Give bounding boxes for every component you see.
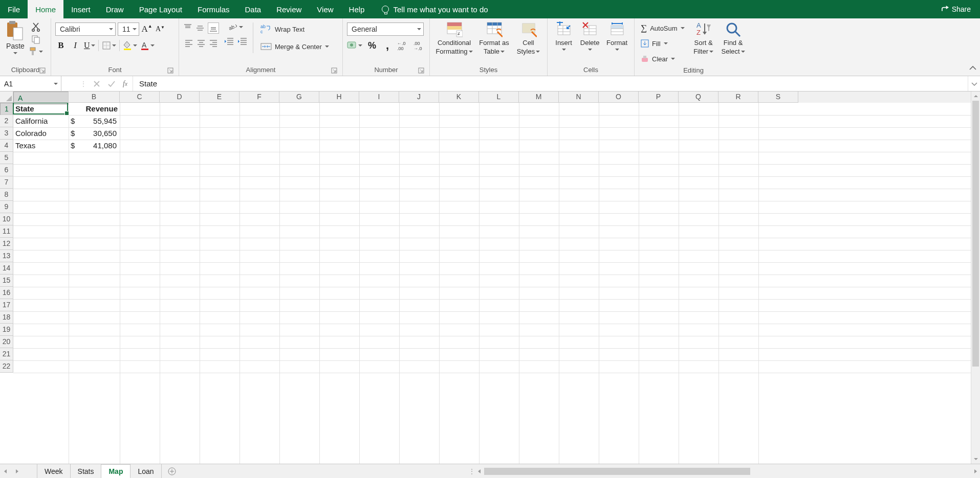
comma-button[interactable]: , bbox=[382, 40, 393, 51]
column-header[interactable]: C bbox=[120, 92, 160, 103]
increase-font-size-button[interactable]: A▲ bbox=[141, 24, 153, 35]
format-as-table-button[interactable]: Format as Table bbox=[476, 21, 512, 55]
cell[interactable]: Colorado bbox=[13, 127, 69, 140]
row-header[interactable]: 13 bbox=[0, 250, 13, 262]
font-name-select[interactable]: Calibri bbox=[55, 22, 116, 36]
percent-button[interactable]: % bbox=[366, 40, 378, 51]
decrease-decimal-icon[interactable]: .00→.0 bbox=[413, 40, 426, 51]
cell[interactable]: $55,945 bbox=[69, 115, 120, 127]
tab-view[interactable]: View bbox=[309, 0, 341, 18]
delete-cells-button[interactable]: Delete bbox=[578, 21, 602, 52]
row-header[interactable]: 4 bbox=[0, 140, 13, 152]
scroll-right-button[interactable] bbox=[971, 469, 980, 474]
borders-button[interactable] bbox=[102, 41, 116, 50]
cancel-icon[interactable] bbox=[93, 80, 100, 87]
sort-filter-button[interactable]: AZ Sort & Filter bbox=[691, 21, 716, 55]
row-header[interactable]: 1 bbox=[0, 103, 13, 115]
column-header[interactable]: G bbox=[279, 92, 319, 103]
decrease-font-size-button[interactable]: A▼ bbox=[155, 24, 166, 35]
sheet-nav-prev[interactable] bbox=[0, 464, 11, 478]
scroll-left-button[interactable] bbox=[475, 469, 484, 474]
split-handle-icon[interactable]: ⋮ bbox=[469, 464, 475, 478]
wrap-text-button[interactable]: abc Wrap Text bbox=[258, 22, 307, 36]
number-format-select[interactable]: General bbox=[347, 22, 424, 36]
format-cells-button[interactable]: Format bbox=[604, 21, 630, 52]
share-button[interactable]: Share bbox=[932, 0, 980, 18]
column-header[interactable]: Q bbox=[679, 92, 718, 103]
row-header[interactable]: 10 bbox=[0, 213, 13, 225]
column-header[interactable]: O bbox=[599, 92, 639, 103]
row-header[interactable]: 19 bbox=[0, 324, 13, 336]
row-header[interactable]: 22 bbox=[0, 360, 13, 373]
cells-area[interactable]: StateRevenueCalifornia$55,945Colorado$30… bbox=[13, 103, 980, 464]
row-header[interactable]: 14 bbox=[0, 262, 13, 275]
format-painter-button[interactable] bbox=[29, 47, 43, 56]
column-header[interactable]: I bbox=[359, 92, 399, 103]
align-center-icon[interactable] bbox=[197, 39, 206, 48]
name-box[interactable]: A1 bbox=[0, 76, 61, 91]
tab-file[interactable]: File bbox=[0, 0, 28, 18]
bold-button[interactable]: B bbox=[55, 40, 67, 51]
tab-home[interactable]: Home bbox=[28, 0, 63, 18]
row-header[interactable]: 2 bbox=[0, 115, 13, 127]
cell[interactable]: $30,650 bbox=[69, 127, 120, 140]
insert-cells-button[interactable]: Insert bbox=[552, 21, 576, 52]
sheet-nav-next[interactable] bbox=[11, 464, 23, 478]
row-header[interactable]: 21 bbox=[0, 348, 13, 360]
italic-button[interactable]: I bbox=[70, 40, 81, 51]
align-left-icon[interactable] bbox=[184, 39, 193, 48]
tell-me[interactable]: Tell me what you want to do bbox=[374, 0, 495, 18]
scroll-up-button[interactable] bbox=[971, 92, 980, 101]
dialog-launcher-icon[interactable] bbox=[418, 67, 424, 74]
expand-formula-bar-button[interactable] bbox=[968, 76, 980, 91]
handle-icon[interactable]: ⋮ bbox=[80, 80, 86, 88]
column-header[interactable]: K bbox=[439, 92, 479, 103]
column-header[interactable]: D bbox=[160, 92, 200, 103]
column-header[interactable]: E bbox=[200, 92, 239, 103]
scroll-down-button[interactable] bbox=[971, 454, 980, 464]
cell-styles-button[interactable]: Cell Styles bbox=[514, 21, 543, 55]
row-header[interactable]: 15 bbox=[0, 275, 13, 287]
scroll-thumb[interactable] bbox=[972, 101, 979, 367]
row-header[interactable]: 8 bbox=[0, 189, 13, 201]
align-bottom-icon[interactable] bbox=[208, 22, 219, 34]
column-header[interactable]: F bbox=[239, 92, 279, 103]
vertical-scrollbar[interactable] bbox=[971, 92, 980, 464]
tab-draw[interactable]: Draw bbox=[98, 0, 132, 18]
cut-icon[interactable] bbox=[31, 22, 40, 32]
column-header[interactable]: P bbox=[639, 92, 679, 103]
decrease-indent-icon[interactable] bbox=[224, 37, 234, 46]
sheet-tab-stats[interactable]: Stats bbox=[71, 464, 102, 478]
fx-icon[interactable]: fx bbox=[123, 80, 127, 88]
align-top-icon[interactable] bbox=[183, 24, 192, 33]
row-header[interactable]: 16 bbox=[0, 287, 13, 299]
select-all-button[interactable] bbox=[0, 92, 13, 103]
tab-page-layout[interactable]: Page Layout bbox=[132, 0, 190, 18]
align-right-icon[interactable] bbox=[209, 39, 218, 48]
tab-help[interactable]: Help bbox=[341, 0, 373, 18]
increase-indent-icon[interactable] bbox=[237, 37, 248, 46]
cell[interactable]: Texas bbox=[13, 140, 69, 152]
column-header[interactable]: M bbox=[519, 92, 559, 103]
column-header[interactable]: H bbox=[319, 92, 359, 103]
conditional-formatting-button[interactable]: ≠ Conditional Formatting bbox=[434, 21, 474, 55]
tab-insert[interactable]: Insert bbox=[63, 0, 98, 18]
column-header[interactable]: R bbox=[718, 92, 758, 103]
row-header[interactable]: 3 bbox=[0, 127, 13, 140]
column-header[interactable]: L bbox=[479, 92, 519, 103]
column-header[interactable]: B bbox=[69, 92, 120, 103]
column-header[interactable]: J bbox=[399, 92, 439, 103]
row-header[interactable]: 9 bbox=[0, 201, 13, 213]
dialog-launcher-icon[interactable] bbox=[39, 67, 46, 74]
cell[interactable]: State bbox=[13, 103, 69, 115]
column-header[interactable]: S bbox=[758, 92, 798, 103]
copy-icon[interactable] bbox=[31, 35, 40, 44]
cell[interactable]: Revenue bbox=[69, 103, 120, 115]
cell[interactable]: $41,080 bbox=[69, 140, 120, 152]
underline-button[interactable]: U bbox=[84, 41, 95, 50]
fill-color-button[interactable] bbox=[123, 41, 137, 50]
sheet-tab-loan[interactable]: Loan bbox=[130, 464, 161, 478]
row-header[interactable]: 12 bbox=[0, 238, 13, 250]
autosum-button[interactable]: ∑AutoSum bbox=[639, 21, 687, 35]
collapse-ribbon-button[interactable] bbox=[969, 64, 977, 73]
